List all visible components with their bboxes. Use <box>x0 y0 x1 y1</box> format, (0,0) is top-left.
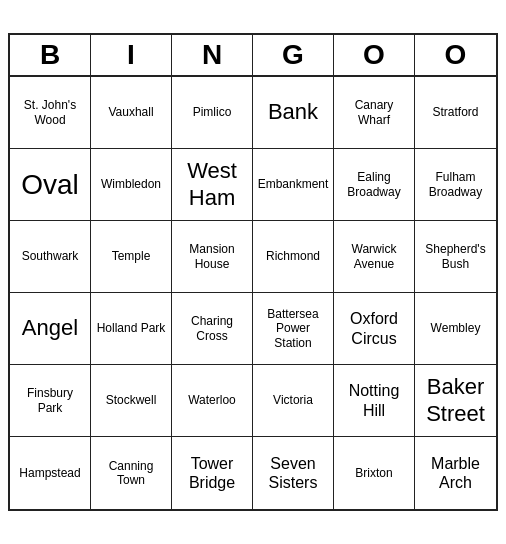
bingo-cell-24[interactable]: Finsbury Park <box>10 365 91 437</box>
bingo-cell-23[interactable]: Wembley <box>415 293 496 365</box>
bingo-cell-34[interactable]: Brixton <box>334 437 415 509</box>
bingo-cell-5[interactable]: Stratford <box>415 77 496 149</box>
bingo-cell-0[interactable]: St. John's Wood <box>10 77 91 149</box>
bingo-cell-30[interactable]: Hampstead <box>10 437 91 509</box>
header-letter-4: O <box>334 35 415 75</box>
bingo-cell-18[interactable]: Angel <box>10 293 91 365</box>
bingo-cell-21[interactable]: Battersea Power Station <box>253 293 334 365</box>
bingo-cell-13[interactable]: Temple <box>91 221 172 293</box>
bingo-cell-12[interactable]: Southwark <box>10 221 91 293</box>
header-letter-0: B <box>10 35 91 75</box>
bingo-cell-31[interactable]: Canning Town <box>91 437 172 509</box>
bingo-cell-26[interactable]: Waterloo <box>172 365 253 437</box>
header-letter-1: I <box>91 35 172 75</box>
bingo-cell-3[interactable]: Bank <box>253 77 334 149</box>
bingo-cell-20[interactable]: Charing Cross <box>172 293 253 365</box>
bingo-cell-25[interactable]: Stockwell <box>91 365 172 437</box>
bingo-cell-35[interactable]: Marble Arch <box>415 437 496 509</box>
bingo-cell-32[interactable]: Tower Bridge <box>172 437 253 509</box>
bingo-cell-15[interactable]: Richmond <box>253 221 334 293</box>
header-letter-2: N <box>172 35 253 75</box>
bingo-cell-19[interactable]: Holland Park <box>91 293 172 365</box>
bingo-cell-16[interactable]: Warwick Avenue <box>334 221 415 293</box>
bingo-cell-29[interactable]: Baker Street <box>415 365 496 437</box>
bingo-cell-10[interactable]: Ealing Broadway <box>334 149 415 221</box>
bingo-cell-14[interactable]: Mansion House <box>172 221 253 293</box>
bingo-card: BINGOO St. John's WoodVauxhallPimlicoBan… <box>8 33 498 511</box>
bingo-cell-33[interactable]: Seven Sisters <box>253 437 334 509</box>
bingo-cell-9[interactable]: Embankment <box>253 149 334 221</box>
bingo-header: BINGOO <box>10 35 496 77</box>
bingo-cell-27[interactable]: Victoria <box>253 365 334 437</box>
bingo-cell-11[interactable]: Fulham Broadway <box>415 149 496 221</box>
bingo-cell-7[interactable]: Wimbledon <box>91 149 172 221</box>
bingo-cell-17[interactable]: Shepherd's Bush <box>415 221 496 293</box>
bingo-cell-8[interactable]: West Ham <box>172 149 253 221</box>
bingo-cell-2[interactable]: Pimlico <box>172 77 253 149</box>
bingo-cell-1[interactable]: Vauxhall <box>91 77 172 149</box>
bingo-cell-22[interactable]: Oxford Circus <box>334 293 415 365</box>
bingo-cell-4[interactable]: Canary Wharf <box>334 77 415 149</box>
header-letter-3: G <box>253 35 334 75</box>
header-letter-5: O <box>415 35 496 75</box>
bingo-grid: St. John's WoodVauxhallPimlicoBankCanary… <box>10 77 496 509</box>
bingo-cell-6[interactable]: Oval <box>10 149 91 221</box>
bingo-cell-28[interactable]: Notting Hill <box>334 365 415 437</box>
